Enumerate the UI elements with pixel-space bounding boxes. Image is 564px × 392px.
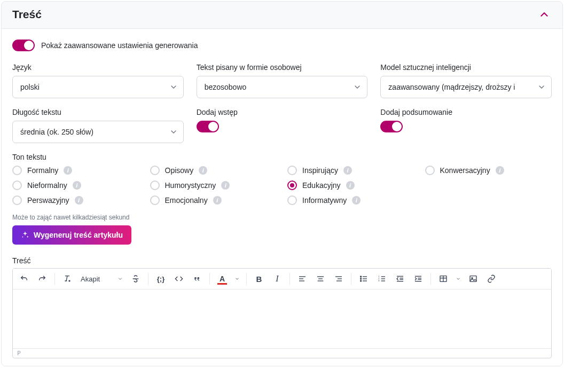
redo-icon[interactable] [34, 271, 50, 287]
summary-toggle[interactable] [380, 121, 403, 132]
radio-icon[interactable] [287, 166, 297, 175]
radio-icon[interactable] [12, 166, 22, 175]
generate-button-label: Wygeneruj treść artykułu [34, 231, 123, 239]
text-color-dropdown-icon[interactable] [232, 271, 242, 287]
model-field: Model sztucznej inteligencji zaawansowan… [380, 63, 552, 98]
content-card: Treść Pokaż zaawansowane ustawienia gene… [1, 1, 563, 366]
svg-rect-33 [470, 276, 476, 282]
person-select[interactable]: bezosobowo [197, 76, 368, 98]
model-value: zaawansowany (mądrzejszy, droższy i [388, 83, 515, 91]
length-field: Długość tekstu średnia (ok. 250 słów) [12, 108, 184, 143]
person-label: Tekst pisany w formie osobowej [197, 63, 368, 72]
align-left-icon[interactable] [294, 271, 310, 287]
tone-option[interactable]: Emocjonalnyi [150, 195, 277, 205]
radio-icon[interactable] [425, 166, 435, 175]
length-value: średnia (ok. 250 słów) [20, 128, 93, 136]
table-icon[interactable] [435, 271, 451, 287]
svg-point-10 [361, 276, 362, 277]
text-color-icon[interactable]: A [214, 271, 230, 287]
info-icon[interactable]: i [496, 166, 504, 175]
tone-option-label: Perswazyjny [27, 196, 69, 205]
tone-option-label: Humorystyczny [165, 181, 216, 190]
tone-option[interactable]: Opisowyi [150, 166, 277, 175]
tone-option[interactable]: Nieformalnyi [12, 181, 139, 190]
tone-option-label: Edukacyjny [302, 181, 341, 190]
tone-label: Ton tekstu [12, 153, 552, 161]
card-header[interactable]: Treść [2, 2, 562, 29]
bulleted-list-icon[interactable] [356, 271, 372, 287]
link-icon[interactable] [483, 271, 499, 287]
info-icon[interactable]: i [352, 196, 361, 205]
editor-toolbar: Akapit {;} A [13, 269, 551, 289]
info-icon[interactable]: i [343, 166, 352, 175]
toolbar-separator [148, 273, 148, 285]
chevron-down-icon [353, 83, 362, 91]
advanced-toggle-row: Pokaż zaawansowane ustawienia generowani… [12, 40, 552, 51]
outdent-icon[interactable] [392, 271, 408, 287]
strikethrough-icon[interactable] [128, 271, 144, 287]
info-icon[interactable]: i [64, 166, 72, 175]
tone-option[interactable]: Formalnyi [12, 166, 139, 175]
row-2: Długość tekstu średnia (ok. 250 słów) Do… [12, 108, 552, 143]
tone-option-label: Nieformalny [27, 181, 67, 190]
tone-option[interactable]: Humorystycznyi [150, 181, 277, 190]
toolbar-separator [209, 273, 210, 285]
model-label: Model sztucznej inteligencji [380, 63, 552, 72]
editor-textarea[interactable] [13, 289, 551, 348]
code-block-icon[interactable]: {;} [153, 271, 169, 287]
chevron-up-icon[interactable] [537, 7, 552, 22]
numbered-list-icon[interactable]: 123 [374, 271, 390, 287]
sparkle-icon [21, 231, 29, 239]
svg-point-11 [361, 278, 362, 279]
generate-note: Może to zająć nawet kilkadziesiąt sekund [12, 214, 552, 221]
tone-option[interactable]: Inspirującyi [287, 166, 414, 175]
align-right-icon[interactable] [331, 271, 347, 287]
editor-statusbar: P [13, 348, 551, 358]
info-icon[interactable]: i [221, 181, 230, 190]
toolbar-separator [54, 273, 55, 285]
code-icon[interactable] [171, 271, 187, 287]
bold-icon[interactable]: B [251, 271, 267, 287]
length-label: Długość tekstu [12, 108, 184, 116]
clear-format-icon[interactable] [59, 271, 75, 287]
info-icon[interactable]: i [73, 181, 81, 190]
info-icon[interactable]: i [346, 181, 355, 190]
radio-icon[interactable] [287, 195, 297, 205]
generate-button[interactable]: Wygeneruj treść artykułu [12, 225, 131, 245]
toolbar-separator [351, 273, 351, 285]
info-icon[interactable]: i [213, 196, 222, 205]
model-select[interactable]: zaawansowany (mądrzejszy, droższy i [380, 76, 552, 98]
chevron-down-icon [169, 83, 178, 91]
language-select[interactable]: polski [12, 76, 184, 98]
radio-icon[interactable] [150, 181, 160, 190]
info-icon[interactable]: i [199, 166, 207, 175]
italic-icon[interactable]: I [269, 271, 285, 287]
blockquote-icon[interactable] [189, 271, 205, 287]
format-select[interactable]: Akapit [77, 271, 126, 287]
card-title: Treść [12, 8, 42, 21]
row-1: Język polski Tekst pisany w formie osobo… [12, 63, 552, 98]
intro-toggle[interactable] [197, 121, 219, 132]
radio-icon[interactable] [150, 166, 160, 175]
indent-icon[interactable] [410, 271, 426, 287]
advanced-toggle[interactable] [12, 40, 35, 51]
language-label: Język [12, 63, 184, 72]
radio-icon[interactable] [287, 181, 297, 190]
tone-option[interactable]: Informatywnyi [287, 195, 414, 205]
tone-grid: FormalnyiOpisowyiInspirującyiKonwersacyj… [12, 166, 552, 205]
toolbar-separator [430, 273, 431, 285]
align-center-icon[interactable] [312, 271, 328, 287]
tone-option[interactable]: Perswazyjnyi [12, 195, 139, 205]
tone-option-label: Konwersacyjny [440, 166, 490, 175]
radio-icon[interactable] [12, 195, 22, 205]
image-icon[interactable] [465, 271, 481, 287]
tone-option[interactable]: Konwersacyjnyi [425, 166, 552, 175]
length-select[interactable]: średnia (ok. 250 słów) [12, 121, 184, 143]
radio-icon[interactable] [150, 195, 160, 205]
language-value: polski [20, 83, 40, 91]
table-dropdown-icon[interactable] [453, 271, 463, 287]
radio-icon[interactable] [12, 181, 22, 190]
undo-icon[interactable] [16, 271, 32, 287]
tone-option[interactable]: Edukacyjnyi [287, 181, 414, 190]
info-icon[interactable]: i [75, 196, 83, 205]
